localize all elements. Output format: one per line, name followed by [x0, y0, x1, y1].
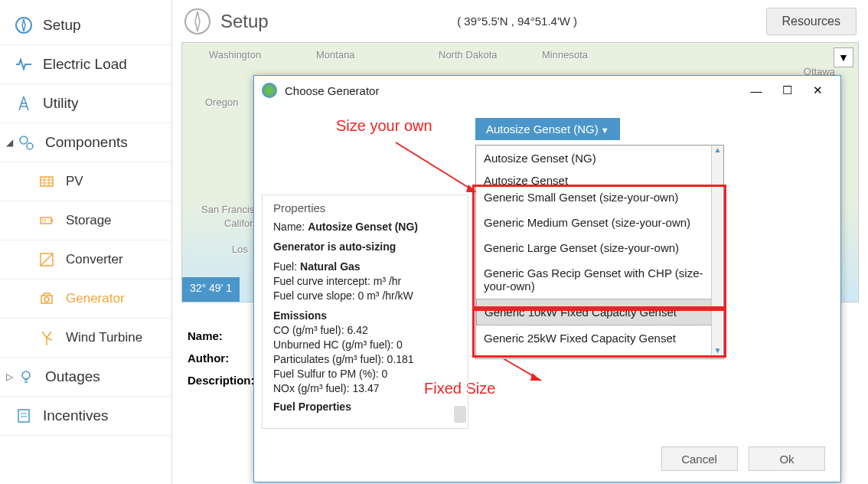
app-icon	[262, 83, 277, 98]
dropdown-item[interactable]: Autosize Genset (NG)	[476, 146, 723, 171]
svg-rect-5	[51, 219, 53, 222]
sidebar-item-electric-load[interactable]: Electric Load	[0, 45, 171, 84]
sidebar-item-setup[interactable]: Setup	[0, 6, 171, 45]
annotation-size-your-own: Size your own	[336, 117, 432, 135]
map-label: Oregon	[205, 96, 238, 108]
emission-value: NOx (g/m³ fuel): 13.47	[273, 382, 457, 394]
arrow-icon	[392, 139, 484, 200]
properties-panel: Properties Name: Autosize Genset (NG) Ge…	[262, 195, 468, 429]
gears-icon	[16, 132, 36, 152]
annotation-box	[472, 309, 726, 358]
header-bar: Setup ( 39°5.5'N , 94°51.4'W ) Resources	[172, 0, 868, 42]
ok-button[interactable]: Ok	[749, 446, 825, 471]
fuel-slope: Fuel curve slope: 0 m³ /hr/kW	[273, 289, 457, 302]
fuel-props-heading: Fuel Properties	[273, 401, 457, 413]
sidebar-item-wind-turbine[interactable]: Wind Turbine	[0, 319, 171, 358]
sidebar-label: Wind Turbine	[66, 330, 142, 345]
map-label: Minnesota	[542, 49, 588, 60]
converter-icon	[37, 250, 57, 270]
svg-point-9	[22, 371, 30, 379]
sidebar-label: Generator	[66, 291, 125, 306]
map-controls: ▼	[834, 47, 853, 70]
page-title: Setup	[220, 11, 269, 32]
battery-icon	[37, 211, 57, 231]
sidebar: Setup Electric Load Utility ◢ Components…	[0, 0, 172, 484]
sidebar-label: Components	[45, 134, 128, 151]
dialog-title: Choose Generator	[285, 84, 741, 97]
name-label: Name:	[273, 221, 305, 233]
autosizing-text: Generator is auto-sizing	[273, 240, 457, 253]
sidebar-label: Outages	[45, 368, 100, 385]
emission-value: Fuel Sulfur to PM (%): 0	[273, 368, 457, 380]
map-label: Montana	[316, 49, 355, 60]
caret-down-icon: ◢	[6, 137, 13, 148]
location-coords: ( 39°5.5'N , 94°51.4'W )	[269, 15, 766, 28]
tower-icon	[14, 93, 34, 113]
svg-line-12	[396, 142, 476, 192]
waveform-icon	[14, 54, 34, 74]
name-label: Name:	[188, 329, 258, 342]
fuel-value: Natural Gas	[300, 260, 361, 273]
resources-button[interactable]: Resources	[766, 8, 857, 35]
sidebar-item-storage[interactable]: Storage	[0, 201, 171, 240]
bulb-icon	[16, 367, 36, 387]
choose-generator-dialog: Choose Generator — ☐ ✕ Size your own Fix…	[253, 75, 841, 482]
sidebar-label: Setup	[43, 17, 81, 34]
svg-point-8	[44, 297, 49, 302]
map-label: North Dakota	[439, 49, 498, 60]
latlon-bar: 32° 49' 1	[182, 277, 240, 302]
sidebar-label: Utility	[43, 95, 78, 112]
map-label: Washington	[209, 49, 261, 60]
fuel-intercept: Fuel curve intercept: m³ /hr	[273, 275, 457, 287]
generator-icon	[37, 289, 57, 309]
sidebar-item-outages[interactable]: ▷ Outages	[0, 358, 171, 397]
close-icon[interactable]: ✕	[802, 80, 833, 100]
svg-rect-10	[18, 410, 29, 422]
annotation-box	[472, 185, 726, 309]
description-label: Description:	[188, 374, 258, 387]
svg-rect-4	[41, 217, 51, 224]
sidebar-label: Incentives	[43, 407, 109, 424]
author-label: Author:	[188, 352, 258, 365]
sidebar-item-pv[interactable]: PV	[0, 162, 171, 201]
sidebar-item-converter[interactable]: Converter	[0, 240, 171, 280]
caret-right-icon: ▷	[6, 371, 13, 382]
sidebar-item-incentives[interactable]: Incentives	[0, 397, 171, 436]
cancel-button[interactable]: Cancel	[661, 446, 738, 471]
svg-marker-15	[530, 373, 541, 381]
props-scrollbar[interactable]	[454, 406, 466, 423]
compass-icon	[14, 15, 34, 35]
svg-point-2	[27, 143, 33, 149]
name-value: Autosize Genset (NG)	[308, 221, 418, 233]
pv-icon	[37, 172, 57, 191]
maximize-icon[interactable]: ☐	[772, 80, 802, 100]
emission-value: Unburned HC (g/m³ fuel): 0	[273, 338, 457, 351]
sidebar-item-components[interactable]: ◢ Components	[0, 123, 171, 162]
map-label: Los	[232, 244, 248, 255]
sidebar-label: Converter	[66, 252, 123, 267]
sidebar-label: PV	[66, 174, 83, 189]
svg-rect-3	[41, 177, 53, 186]
sidebar-item-generator[interactable]: Generator	[0, 280, 171, 319]
wind-turbine-icon	[37, 328, 57, 348]
document-icon	[14, 406, 34, 426]
sidebar-item-utility[interactable]: Utility	[0, 84, 171, 123]
sidebar-label: Storage	[66, 213, 112, 228]
compass-icon	[184, 8, 211, 35]
sidebar-label: Electric Load	[43, 56, 127, 73]
dropdown-item[interactable]: Autosize Genset	[476, 171, 723, 185]
map-layers-toggle[interactable]: ▼	[834, 47, 853, 67]
generator-select[interactable]: Autosize Genset (NG)	[475, 118, 620, 140]
minimize-icon[interactable]: —	[741, 80, 772, 100]
properties-heading: Properties	[273, 201, 457, 214]
emission-value: Particulates (g/m³ fuel): 0.181	[273, 353, 457, 365]
emissions-heading: Emissions	[273, 309, 457, 322]
dialog-buttons: Cancel Ok	[654, 446, 825, 471]
emission-value: CO (g/m³ fuel): 6.42	[273, 324, 457, 336]
dialog-titlebar: Choose Generator — ☐ ✕	[254, 76, 840, 105]
svg-point-1	[20, 136, 28, 144]
fuel-label: Fuel:	[273, 260, 297, 273]
scroll-up-icon[interactable]: ▲	[712, 146, 723, 158]
